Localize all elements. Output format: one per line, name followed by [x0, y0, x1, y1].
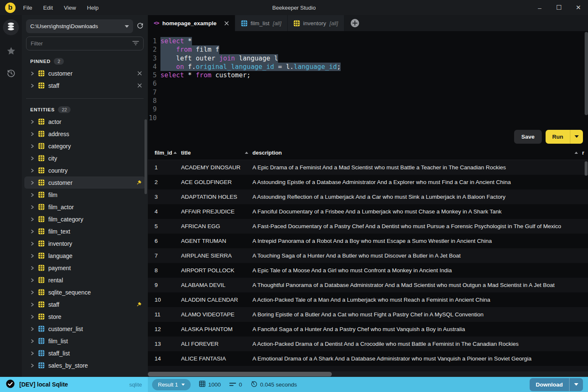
code-line-5[interactable]: 5select * from customer; — [148, 71, 588, 79]
entity-item-customer_list[interactable]: customer_list — [22, 323, 148, 335]
cell-title[interactable]: ALI FOREVER — [181, 341, 252, 347]
entity-item-address[interactable]: address — [22, 128, 148, 140]
sql-editor[interactable]: 1select *2 from film f3 left outer join … — [148, 31, 588, 128]
maximize-icon[interactable]: ☐ — [549, 4, 569, 11]
menu-help[interactable]: Help — [87, 5, 99, 11]
code-line-1[interactable]: 1select * — [148, 37, 588, 45]
tab-homepage_example[interactable]: <>homepage_example — [148, 15, 235, 31]
entity-item-store[interactable]: store — [22, 310, 148, 323]
chevron-right-icon[interactable] — [30, 339, 34, 343]
chevron-right-icon[interactable] — [30, 327, 34, 331]
cell-title[interactable]: ALADDIN CALENDAR — [181, 297, 252, 303]
cell-description[interactable]: A Epic Drama of a Feminist And a Mad Sci… — [252, 164, 588, 171]
entity-item-payment[interactable]: payment — [22, 262, 148, 274]
connection-status[interactable]: [DEV] local Sqlite sqlite — [0, 377, 148, 392]
cell-film-id[interactable]: 11 — [148, 311, 181, 318]
cell-title[interactable]: AIRPORT POLLOCK — [181, 267, 252, 274]
cell-film-id[interactable]: 14 — [148, 355, 181, 362]
result-selector-button[interactable]: Result 1 — [152, 379, 191, 390]
cell-description[interactable]: A Fanciful Saga of a Hunter And a Pastry… — [252, 326, 588, 332]
entity-item-staff[interactable]: staff — [22, 298, 148, 310]
chevron-right-icon[interactable] — [30, 217, 34, 221]
menu-view[interactable]: View — [64, 5, 76, 11]
table-row[interactable]: 1ACADEMY DINOSAURA Epic Drama of a Femin… — [148, 160, 588, 175]
cell-title[interactable]: AIRPLANE SIERRA — [181, 253, 252, 259]
run-button[interactable]: Run — [546, 130, 570, 144]
cell-title[interactable]: AFFAIR PREJUDICE — [181, 208, 252, 215]
table-row[interactable]: 11ALAMO VIDEOTAPEA Boring Epistle of a B… — [148, 307, 588, 322]
entity-item-language[interactable]: language — [22, 250, 148, 262]
chevron-right-icon[interactable] — [30, 254, 34, 258]
cell-film-id[interactable]: 13 — [148, 341, 181, 347]
cell-description[interactable]: A Emotional Drama of a A Shark And a Dat… — [252, 355, 588, 362]
cell-film-id[interactable]: 6 — [148, 238, 181, 244]
cell-film-id[interactable]: 8 — [148, 267, 181, 274]
column-header-description[interactable]: description — [252, 150, 582, 156]
cell-description[interactable]: A Astounding Reflection of a Lumberjack … — [252, 194, 588, 200]
cell-film-id[interactable]: 4 — [148, 208, 181, 215]
chevron-right-icon[interactable] — [30, 303, 34, 307]
cell-title[interactable]: ACE GOLDFINGER — [181, 179, 252, 185]
column-header-title[interactable]: title — [181, 150, 252, 156]
entity-filter[interactable] — [26, 37, 144, 50]
new-tab-button[interactable] — [344, 15, 365, 31]
cell-description[interactable]: A Epic Tale of a Moose And a Girl who mu… — [252, 267, 588, 274]
code-line-9[interactable]: 9 — [148, 105, 588, 113]
code-line-8[interactable]: 8 — [148, 97, 588, 105]
table-row[interactable]: 13ALI FOREVERA Action-Packed Drama of a … — [148, 337, 588, 351]
table-row[interactable]: 9ALABAMA DEVILA Thoughtful Panorama of a… — [148, 278, 588, 292]
chevron-right-icon[interactable] — [30, 120, 34, 124]
results-vertical-scrollbar[interactable] — [585, 161, 588, 176]
cell-title[interactable]: AFRICAN EGG — [181, 223, 252, 229]
entity-item-sqlite_sequence[interactable]: sqlite_sequence — [22, 286, 148, 298]
sidebar-scrollbar[interactable] — [144, 119, 147, 194]
chevron-right-icon[interactable] — [30, 351, 34, 355]
chevron-right-icon[interactable] — [30, 278, 34, 282]
cell-description[interactable]: A Fast-Paced Documentary of a Pastry Che… — [252, 223, 588, 229]
close-icon[interactable]: ✕ — [569, 4, 588, 11]
pin-icon[interactable] — [136, 302, 142, 308]
editor-scrollbar[interactable] — [585, 32, 588, 115]
table-row[interactable]: 3ADAPTATION HOLESA Astounding Reflection… — [148, 189, 588, 204]
entity-item-film_text[interactable]: film_text — [22, 225, 148, 237]
entity-item-customer[interactable]: customer — [24, 176, 145, 189]
cell-description[interactable]: A Touching Saga of a Hunter And a Butler… — [252, 253, 588, 259]
entity-item-inventory[interactable]: inventory — [22, 237, 148, 250]
save-button[interactable]: Save — [514, 130, 542, 144]
chevron-right-icon[interactable] — [30, 168, 34, 173]
cell-description[interactable]: A Astounding Epistle of a Database Admin… — [252, 179, 588, 185]
cell-title[interactable]: ACADEMY DINOSAUR — [181, 164, 252, 171]
favorites-icon[interactable] — [6, 46, 16, 58]
entity-item-film_category[interactable]: film_category — [22, 213, 148, 225]
cell-description[interactable]: A Thoughtful Panorama of a Database Admi… — [252, 282, 588, 288]
entity-item-country[interactable]: country — [22, 164, 148, 176]
cell-description[interactable]: A Fanciful Documentary of a Frisbee And … — [252, 208, 588, 215]
run-options-button[interactable] — [570, 130, 583, 144]
chevron-right-icon[interactable] — [30, 132, 34, 136]
cell-film-id[interactable]: 5 — [148, 223, 181, 229]
entity-item-staff_list[interactable]: staff_list — [22, 347, 148, 359]
table-row[interactable]: 2ACE GOLDFINGERA Astounding Epistle of a… — [148, 175, 588, 189]
pinned-item-staff[interactable]: staff — [22, 79, 148, 92]
chevron-right-icon[interactable] — [30, 144, 34, 148]
entity-item-film_list[interactable]: film_list — [22, 335, 148, 347]
pin-icon[interactable] — [136, 180, 142, 186]
table-row[interactable]: 14ALICE FANTASIAA Emotional Drama of a A… — [148, 351, 588, 366]
table-row[interactable]: 10ALADDIN CALENDARA Action-Packed Tale o… — [148, 292, 588, 307]
cell-film-id[interactable]: 3 — [148, 194, 181, 200]
cell-film-id[interactable]: 2 — [148, 179, 181, 185]
menu-file[interactable]: File — [23, 5, 32, 11]
filter-input[interactable] — [31, 40, 132, 47]
code-line-10[interactable]: 10 — [148, 114, 588, 122]
chevron-right-icon[interactable] — [30, 229, 34, 234]
download-options-button[interactable] — [569, 378, 583, 391]
download-button[interactable]: Download — [530, 378, 570, 391]
chevron-right-icon[interactable] — [30, 84, 34, 88]
chevron-right-icon[interactable] — [30, 266, 34, 270]
chevron-right-icon[interactable] — [30, 193, 34, 197]
cell-title[interactable]: ALASKA PHANTOM — [181, 326, 252, 332]
unpin-icon[interactable] — [137, 71, 142, 76]
history-icon[interactable] — [6, 68, 16, 80]
cell-description[interactable]: A Action-Packed Drama of a Dentist And a… — [252, 341, 588, 347]
cell-title[interactable]: AGENT TRUMAN — [181, 238, 252, 244]
